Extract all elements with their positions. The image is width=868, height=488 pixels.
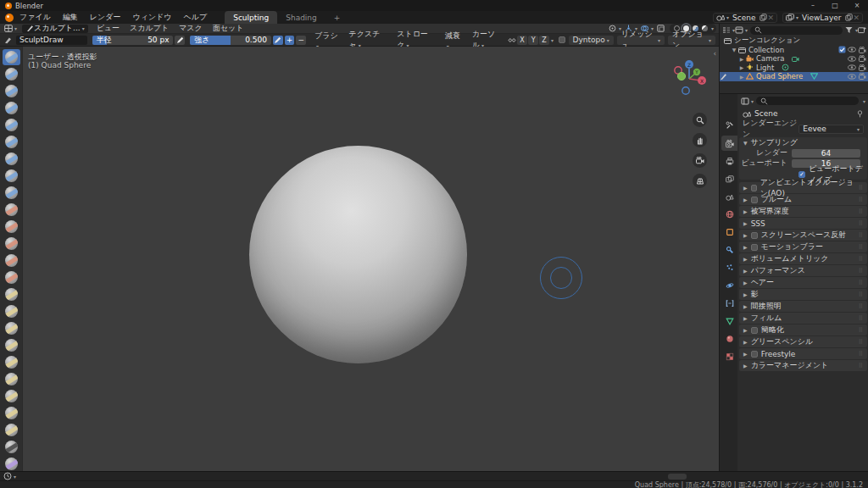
brush-rotate[interactable] <box>3 405 20 421</box>
topbar-menu-item[interactable]: ヘルプ <box>178 11 214 24</box>
dyntopo-dropdown[interactable]: Dyntopo ▾ <box>569 36 614 45</box>
zoom-button[interactable] <box>693 113 707 127</box>
visibility-eye-toggle[interactable] <box>848 72 856 80</box>
brush-thumb[interactable] <box>3 354 20 370</box>
panel-row--ao-[interactable]: ▶アンビエントオクルージョン(AO)⠿ <box>739 182 867 193</box>
pan-button[interactable] <box>693 133 707 147</box>
strength-pressure-button[interactable] <box>273 36 283 45</box>
outliner-row-camera[interactable]: ▶Camera <box>720 54 868 64</box>
render-samples-field[interactable]: 64 <box>792 149 860 158</box>
panel-row--[interactable]: ▶簡略化⠿ <box>739 324 867 336</box>
properties-tab-tool[interactable] <box>721 118 737 133</box>
selectable-checkbox[interactable] <box>837 46 846 54</box>
brush-grab[interactable] <box>3 303 20 319</box>
render-engine-dropdown[interactable]: Eevee ▾ <box>798 125 864 134</box>
properties-tab-texture[interactable] <box>721 349 737 364</box>
brush-pinch[interactable] <box>3 286 20 302</box>
brush-snake-hook[interactable] <box>3 337 20 353</box>
brush-multiplane-scrape[interactable] <box>3 269 20 286</box>
expander-arrow-icon[interactable]: ▶ <box>738 56 745 62</box>
viewport-menu-item[interactable]: ビュー <box>92 23 125 34</box>
visibility-camera-toggle[interactable] <box>858 72 866 80</box>
properties-tab-physics[interactable] <box>721 278 737 293</box>
properties-tab-particles[interactable] <box>721 260 737 275</box>
topbar-menu-item[interactable]: レンダー <box>84 11 127 24</box>
mirror-z-button[interactable]: Z <box>539 36 549 45</box>
viewport-menu-item[interactable]: スカルプト <box>125 23 174 34</box>
properties-tab-modifiers[interactable] <box>721 242 737 258</box>
brush-draw[interactable] <box>3 49 20 65</box>
panel-checkbox[interactable] <box>751 327 758 334</box>
outliner-row-light[interactable]: ▶Light <box>720 64 868 73</box>
brush-layer[interactable] <box>3 134 20 150</box>
gizmo-y-neg-axis[interactable] <box>677 72 685 80</box>
visibility-camera-toggle[interactable] <box>858 64 866 72</box>
pin-icon[interactable] <box>855 109 864 118</box>
properties-tab-render[interactable] <box>721 136 737 151</box>
properties-tab-world[interactable] <box>721 207 737 222</box>
panel-checkbox[interactable] <box>751 185 757 191</box>
brush-elastic-deform[interactable] <box>3 320 20 336</box>
perspective-toggle-button[interactable] <box>693 174 707 188</box>
copy-icon[interactable] <box>844 14 853 22</box>
sidebar-collapse-arrow[interactable]: ‹ <box>713 49 716 58</box>
mirror-y-button[interactable]: Y <box>528 36 538 45</box>
brush-mask[interactable] <box>3 439 20 455</box>
maximize-button[interactable]: □ <box>824 0 846 11</box>
brush-nudge[interactable] <box>3 388 20 404</box>
properties-tab-constraints[interactable] <box>721 296 737 311</box>
workspace-tab-sculpting[interactable]: Sculpting <box>225 11 277 24</box>
panel-checkbox[interactable] <box>751 351 758 358</box>
properties-tab-object[interactable] <box>721 225 737 240</box>
options-dropdown[interactable]: オプション ▾ <box>668 36 715 45</box>
mode-selector[interactable]: スカルプト... ▾ <box>22 25 88 33</box>
blender-app-menu-icon[interactable] <box>5 14 14 22</box>
panel-row--[interactable]: ▶フィルム⠿ <box>739 313 867 324</box>
brush-fill[interactable] <box>3 236 20 252</box>
navigation-gizmo[interactable]: Z Y X <box>670 58 709 97</box>
radius-slider[interactable]: 半径 50 px <box>92 36 174 45</box>
brush-blob[interactable] <box>3 168 20 184</box>
gizmo-z-neg-axis[interactable] <box>682 87 689 94</box>
outliner-editor-icon[interactable] <box>722 26 731 35</box>
brush-draw-sharp[interactable] <box>3 66 20 82</box>
panel-row--[interactable]: ▶ボリュームメトリック⠿ <box>739 253 867 264</box>
camera-view-button[interactable] <box>693 153 707 168</box>
panel-row--[interactable]: ▶影⠿ <box>739 289 867 300</box>
expander-arrow-icon[interactable]: ▼ <box>731 47 737 53</box>
xray-toggle[interactable] <box>655 25 667 33</box>
copy-icon[interactable] <box>759 14 767 22</box>
visibility-eye-toggle[interactable] <box>848 54 856 63</box>
outliner-search-input[interactable] <box>750 26 843 35</box>
brush-clay[interactable] <box>3 83 20 99</box>
panel-row--[interactable]: ▶ヘアー⠿ <box>739 277 867 288</box>
brush-flatten[interactable] <box>3 219 20 235</box>
timeline-scrollbar[interactable] <box>668 474 687 480</box>
display-mode-icon[interactable] <box>735 26 743 35</box>
close-button[interactable]: × <box>846 0 868 11</box>
view-layer-selector[interactable]: ▾ ViewLayer ✕ <box>782 13 863 23</box>
properties-tab-view-layer[interactable] <box>721 171 737 186</box>
mirror-x-button[interactable]: X <box>517 36 527 45</box>
panel-row--[interactable]: ▶モーションブラー⠿ <box>739 241 867 252</box>
panel-row-freestyle[interactable]: ▶Freestyle⠿ <box>739 348 867 359</box>
properties-tab-scene[interactable] <box>721 189 737 204</box>
timeline-editor-icon[interactable] <box>3 472 12 480</box>
visibility-camera-toggle[interactable] <box>858 46 866 54</box>
properties-tab-material[interactable] <box>721 331 737 347</box>
properties-tab-object-data[interactable] <box>721 313 737 329</box>
scene-selector[interactable]: ▾ Scene ✕ <box>713 13 777 23</box>
visibility-eye-toggle[interactable] <box>848 46 856 54</box>
panel-row--[interactable]: ▶パフォーマンス⠿ <box>739 265 867 276</box>
visibility-camera-toggle[interactable] <box>858 54 866 63</box>
panel-row--[interactable]: ▶スクリーンスペース反射⠿ <box>739 230 867 241</box>
panel-row--[interactable]: ▶カラーマネージメント⠿ <box>739 360 867 371</box>
brush-clay-thumb[interactable] <box>3 117 20 133</box>
panel-row--[interactable]: ▶グリースペンシル⠿ <box>739 336 867 347</box>
panel-checkbox[interactable] <box>751 197 758 203</box>
minimize-button[interactable]: – <box>802 0 824 11</box>
topbar-menu-item[interactable]: ファイル <box>14 11 57 24</box>
outliner-row-collection[interactable]: ▼Collection <box>720 46 868 55</box>
panel-row--[interactable]: ▶被写界深度⠿ <box>739 206 867 217</box>
panel-row-sss[interactable]: ▶SSS⠿ <box>739 218 867 229</box>
